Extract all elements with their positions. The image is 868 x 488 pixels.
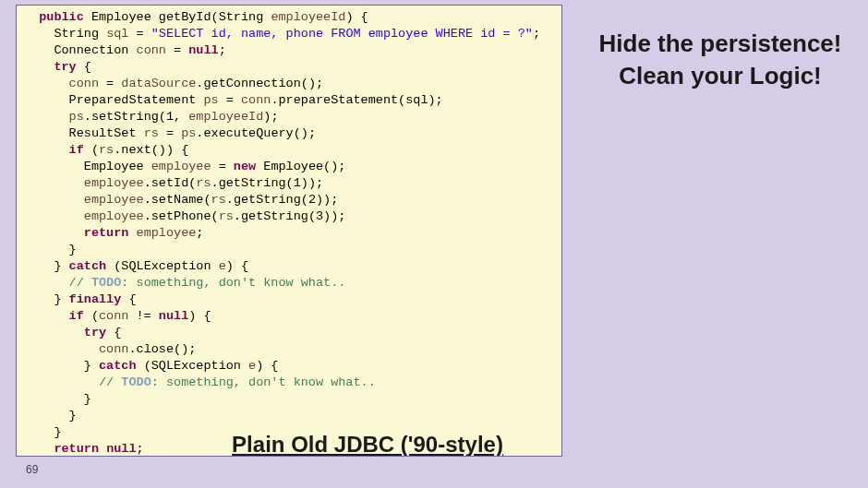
slide: public Employee getById(String employeeI… (0, 0, 868, 488)
java-code: public Employee getById(String employeeI… (24, 9, 554, 457)
slogan-line-1: Hide the persistence! (582, 28, 859, 60)
slogan-block: Hide the persistence! Clean your Logic! (582, 28, 859, 92)
code-caption: Plain Old JDBC ('90-style) (164, 432, 562, 457)
code-block: public Employee getById(String employeeI… (16, 5, 562, 457)
slide-number: 69 (26, 463, 38, 476)
kw-public: public (39, 10, 84, 24)
slogan-line-2: Clean your Logic! (582, 60, 859, 92)
